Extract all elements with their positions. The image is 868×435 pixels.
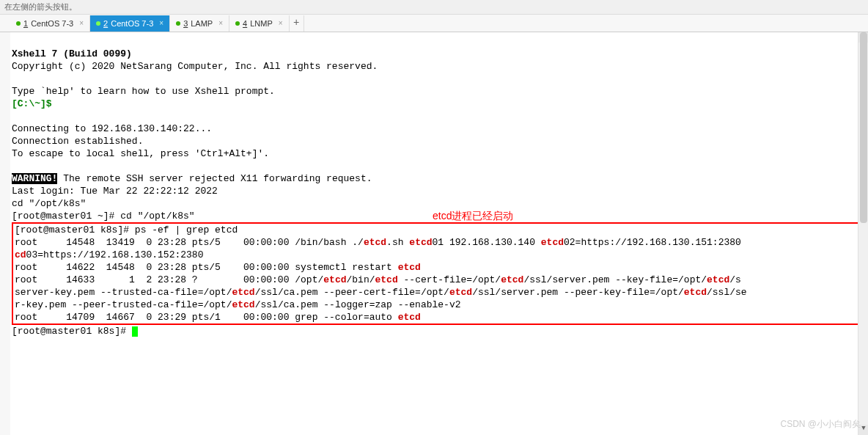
tab-centos-2[interactable]: 2 CentOS 7-3 × <box>90 15 170 32</box>
warning-text: The remote SSH server rejected X11 forwa… <box>57 173 372 184</box>
escape-line: To escape to local shell, press 'Ctrl+Al… <box>12 148 269 159</box>
shell-prompt: [root@master01 k8s]# <box>15 224 135 235</box>
close-icon[interactable]: × <box>159 19 163 27</box>
copyright-line: Copyright (c) 2020 NetSarang Computer, I… <box>12 61 378 72</box>
shell-prompt: [root@master01 ~]# <box>12 211 120 222</box>
ps-row: server-key.pem --trusted-ca-file=/opt/et… <box>15 287 747 298</box>
hint-bar: 在左侧的箭头按钮。 <box>0 0 868 15</box>
close-icon[interactable]: × <box>79 19 84 27</box>
ps-row: cd03=https://192.168.130.152:2380 <box>15 249 203 260</box>
connecting-line: Connecting to 192.168.130.140:22... <box>12 123 212 134</box>
ps-row: root 14709 14667 0 23:29 pts/1 00:00:00 … <box>15 312 421 323</box>
vertical-scrollbar[interactable]: ▲ ▼ <box>858 32 868 435</box>
last-login-line: Last login: Tue Mar 22 22:22:12 2022 <box>12 186 218 197</box>
tab-index: 4 <box>243 19 247 28</box>
watermark: CSDN @小小白阎矣 <box>780 418 861 431</box>
ps-row: r-key.pem --peer-trusted-ca-file=/opt/et… <box>15 299 461 310</box>
status-dot-icon <box>16 21 21 26</box>
tab-index: 3 <box>183 19 188 28</box>
established-line: Connection established. <box>12 136 143 147</box>
app-title: Xshell 7 (Build 0099) <box>12 48 132 59</box>
tab-label: CentOS 7-3 <box>31 19 73 28</box>
scroll-thumb[interactable] <box>860 32 867 223</box>
highlighted-process-list: [root@master01 k8s]# ps -ef | grep etcd … <box>12 222 864 325</box>
cursor-icon <box>132 326 138 337</box>
ps-row: root 14548 13419 0 23:28 pts/5 00:00:00 … <box>15 237 741 248</box>
close-icon[interactable]: × <box>279 19 283 27</box>
tab-index: 2 <box>103 19 108 28</box>
tab-lnmp[interactable]: 4 LNMP × <box>229 15 290 32</box>
warning-badge: WARNING! <box>12 173 57 184</box>
add-tab-button[interactable]: + <box>290 15 304 32</box>
tab-label: CentOS 7-3 <box>111 19 153 28</box>
annotation-label: etcd进程已经启动 <box>433 210 513 223</box>
help-line: Type `help' to learn how to use Xshell p… <box>12 86 275 97</box>
left-gutter <box>0 32 10 435</box>
tab-label: LAMP <box>191 19 213 28</box>
terminal-output[interactable]: Xshell 7 (Build 0099) Copyright (c) 2020… <box>10 32 868 340</box>
tab-lamp[interactable]: 3 LAMP × <box>170 15 229 32</box>
ps-row: root 14633 1 2 23:28 ? 00:00:00 /opt/etc… <box>15 274 741 285</box>
local-prompt: [C:\~]$ <box>12 98 52 109</box>
status-dot-icon <box>176 21 180 26</box>
tab-centos-1[interactable]: 1 CentOS 7-3 × <box>10 15 90 32</box>
tab-label: LNMP <box>250 19 273 28</box>
close-icon[interactable]: × <box>218 19 223 27</box>
tab-index: 1 <box>23 19 28 28</box>
shell-prompt: [root@master01 k8s]# <box>12 326 132 337</box>
cd-command: cd "/opt/k8s" <box>120 211 194 222</box>
ps-command: ps -ef | grep etcd <box>135 224 238 235</box>
ps-row: root 14622 14548 0 23:28 pts/5 00:00:00 … <box>15 262 421 273</box>
status-dot-icon <box>235 21 240 26</box>
status-dot-icon <box>96 21 100 26</box>
tab-bar: 1 CentOS 7-3 × 2 CentOS 7-3 × 3 LAMP × 4… <box>0 15 868 32</box>
cd-line: cd "/opt/k8s" <box>12 198 86 209</box>
